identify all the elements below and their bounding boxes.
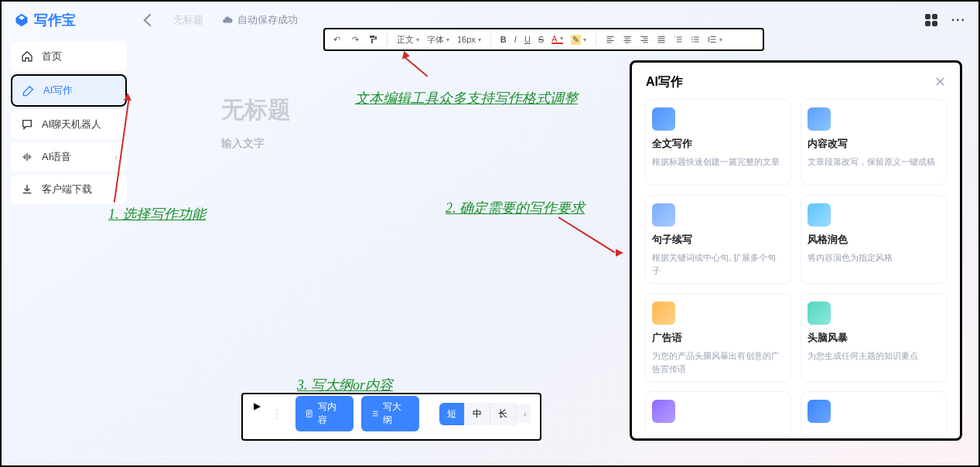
underline-button[interactable]: U: [524, 35, 531, 44]
sidebar-item-ai-write[interactable]: AI写作: [11, 74, 127, 107]
more-icon[interactable]: ···: [951, 13, 966, 27]
doc-body-placeholder[interactable]: 输入文字: [221, 137, 601, 151]
download-icon: [20, 182, 34, 196]
card-icon: [808, 107, 831, 131]
length-more-button[interactable]: ›: [516, 404, 531, 423]
list-icon: [370, 409, 380, 418]
annotation-toolbar: 文本编辑工具众多支持写作格式调整: [355, 89, 578, 107]
arrow-2-head: [616, 249, 623, 257]
length-mid-button[interactable]: 中: [465, 403, 490, 425]
sidebar-item-download[interactable]: 客户端下载 ›: [11, 175, 127, 204]
italic-button[interactable]: I: [514, 35, 517, 44]
apps-icon[interactable]: [925, 14, 937, 26]
more-vertical-icon[interactable]: ⋮: [271, 407, 283, 421]
voice-icon: [20, 150, 34, 164]
ai-card-brainstorm[interactable]: 头脑风暴 为您生成任何主题的知识要点: [801, 294, 946, 381]
play-icon[interactable]: ▶: [254, 401, 261, 411]
bold-button[interactable]: B: [500, 35, 507, 44]
list-ordered-button[interactable]: 1: [674, 35, 683, 44]
sidebar: 首页 AI写作 AI聊天机器人 AI语音 › 客户端下载 ›: [11, 42, 127, 204]
ai-card-rewrite[interactable]: 内容改写 文章段落改写，保留原义一键成稿: [801, 100, 946, 185]
ai-card-full-write[interactable]: 全文写作 根据标题快速创建一篇完整的文章: [646, 100, 790, 185]
pen-icon: [22, 84, 36, 97]
svg-point-1: [691, 36, 693, 38]
strike-button[interactable]: S: [538, 35, 544, 44]
svg-point-3: [691, 41, 693, 43]
list-unordered-button[interactable]: [691, 35, 700, 44]
ai-card-extra-2[interactable]: [801, 392, 946, 435]
top-center: 无标题 自动保存成功: [145, 13, 298, 27]
annotation-3: 3. 写大纲or内容: [297, 376, 393, 394]
font-family-select[interactable]: 字体▾: [427, 34, 449, 46]
doc-icon: [305, 409, 314, 418]
length-long-button[interactable]: 长: [490, 403, 516, 425]
autosave-status: 自动保存成功: [222, 13, 298, 27]
card-icon: [808, 400, 831, 423]
doc-name-top: 无标题: [173, 13, 203, 27]
write-content-button[interactable]: 写内容: [295, 396, 353, 431]
ai-panel: AI写作 ✕ 全文写作 根据标题快速创建一篇完整的文章 内容改写 文章段落改写，…: [630, 60, 962, 441]
align-center-button[interactable]: [623, 35, 632, 44]
app-name: 写作宝: [34, 11, 76, 29]
cloud-icon: [222, 15, 233, 26]
svg-point-2: [691, 39, 693, 40]
arrow-2: [558, 216, 615, 253]
top-right: ···: [925, 13, 966, 27]
card-icon: [652, 400, 675, 423]
length-group: 短 中 长 ›: [439, 403, 531, 425]
card-icon: [808, 203, 831, 227]
ai-card-continue[interactable]: 句子续写 根据关键词或中心句, 扩展多个句子: [646, 196, 790, 283]
ai-card-grid: 全文写作 根据标题快速创建一篇完整的文章 内容改写 文章段落改写，保留原义一键成…: [646, 100, 946, 435]
font-size-select[interactable]: 16px▾: [457, 35, 481, 44]
home-icon: [20, 49, 34, 63]
align-right-button[interactable]: [640, 35, 649, 44]
svg-text:1: 1: [674, 36, 676, 39]
align-left-button[interactable]: [606, 35, 615, 44]
sidebar-item-ai-voice[interactable]: AI语音 ›: [11, 142, 127, 172]
undo-button[interactable]: ↶: [331, 34, 342, 45]
logo-icon: [14, 12, 29, 28]
length-short-button[interactable]: 短: [439, 403, 465, 425]
highlight-button[interactable]: ✎▾: [571, 35, 586, 45]
ai-card-polish[interactable]: 风格润色 将内容润色为指定风格: [801, 196, 946, 283]
app-logo: 写作宝: [14, 11, 76, 29]
chat-icon: [20, 118, 34, 131]
editor-toolbar: ↶ ↷ 正文▾ 字体▾ 16px▾ B I U S A▾ ✎▾ 1 ▾: [323, 28, 764, 51]
sidebar-item-ai-chat[interactable]: AI聊天机器人: [11, 110, 127, 139]
card-icon: [652, 107, 675, 131]
line-height-button[interactable]: ▾: [708, 35, 722, 44]
ai-panel-title: AI写作: [646, 74, 683, 90]
annotation-2: 2. 确定需要的写作要求: [446, 199, 585, 217]
font-color-button[interactable]: A▾: [551, 35, 562, 44]
arrow-1-head: [124, 93, 131, 101]
align-justify-button[interactable]: [657, 35, 666, 44]
annotation-1: 1. 选择写作功能: [108, 205, 206, 223]
redo-button[interactable]: ↷: [350, 34, 360, 45]
write-outline-button[interactable]: 写大纲: [361, 396, 419, 431]
ai-card-extra-1[interactable]: [646, 392, 790, 435]
ai-card-ad[interactable]: 广告语 为您的产品头脑风暴出有创意的广告宣传语: [646, 294, 790, 381]
card-icon: [808, 302, 831, 325]
text-style-select[interactable]: 正文▾: [397, 34, 419, 46]
ai-action-bar: ▶ ⋮ 写内容 写大纲 短 中 长 ›: [241, 393, 541, 441]
chevron-right-icon: ›: [114, 152, 118, 162]
sidebar-item-home[interactable]: 首页: [11, 42, 127, 71]
back-icon[interactable]: [144, 14, 157, 27]
format-paint-button[interactable]: [368, 35, 377, 44]
close-icon[interactable]: ✕: [934, 73, 946, 90]
card-icon: [652, 302, 675, 325]
card-icon: [652, 203, 675, 227]
